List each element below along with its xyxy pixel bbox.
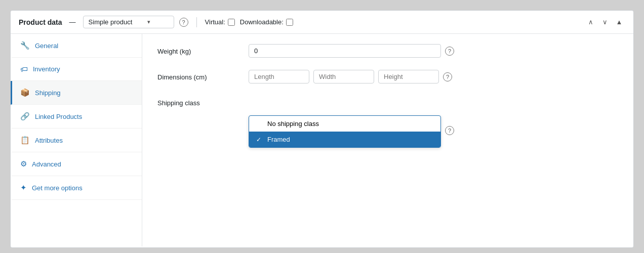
weight-input[interactable]: [249, 44, 441, 58]
shipping-class-row: Shipping class No shipping class ✓ Frame…: [157, 96, 618, 135]
product-data-panel: Product data — Simple product ▾ ? Virtua…: [10, 10, 634, 248]
panel-header: Product data — Simple product ▾ ? Virtua…: [11, 11, 633, 34]
product-type-help-icon[interactable]: ?: [179, 18, 188, 27]
chevron-down-icon: ▾: [147, 19, 150, 25]
sidebar-item-inventory[interactable]: 🏷 Inventory: [11, 58, 142, 81]
downloadable-checkbox[interactable]: [286, 19, 293, 26]
sidebar-item-advanced[interactable]: ⚙ Advanced: [11, 152, 142, 176]
arrow-up-button[interactable]: ∧: [585, 16, 597, 28]
shipping-class-help-icon[interactable]: ?: [445, 126, 454, 135]
sidebar-item-attributes[interactable]: 📋 Attributes: [11, 129, 142, 152]
sidebar-item-label: Attributes: [35, 137, 63, 144]
sidebar-item-general[interactable]: 🔧 General: [11, 34, 142, 58]
tag-icon: 🏷: [20, 65, 28, 73]
link-icon: 🔗: [20, 112, 30, 121]
dimensions-row: Dimensions (cm) ?: [157, 70, 618, 83]
option-no-shipping-class[interactable]: No shipping class: [249, 116, 440, 132]
sidebar-item-shipping[interactable]: 📦 Shipping: [11, 81, 142, 105]
dimensions-help-icon[interactable]: ?: [443, 72, 452, 81]
weight-label: Weight (kg): [157, 44, 249, 55]
list-icon: 📋: [20, 136, 30, 145]
product-data-title: Product data: [19, 18, 62, 26]
gear-icon: ⚙: [20, 159, 27, 168]
wrench-icon: 🔧: [20, 41, 30, 50]
virtual-checkbox[interactable]: [228, 19, 235, 26]
length-input[interactable]: [249, 70, 309, 83]
panel-body: 🔧 General 🏷 Inventory 📦 Shipping 🔗 Linke…: [11, 34, 633, 246]
dimensions-inputs: ?: [249, 70, 618, 83]
option-framed[interactable]: ✓ Framed: [249, 132, 440, 147]
header-separator: [196, 17, 197, 27]
star-icon: ✦: [20, 183, 27, 192]
weight-inputs: ?: [249, 44, 618, 58]
weight-row: Weight (kg) ?: [157, 44, 618, 58]
no-shipping-label: No shipping class: [267, 120, 319, 128]
virtual-group: Virtual:: [205, 18, 235, 26]
dimensions-label: Dimensions (cm): [157, 70, 249, 81]
sidebar-item-get-more-options[interactable]: ✦ Get more options: [11, 176, 142, 200]
sidebar: 🔧 General 🏷 Inventory 📦 Shipping 🔗 Linke…: [11, 34, 142, 246]
box-icon: 📦: [20, 88, 30, 97]
weight-help-icon[interactable]: ?: [445, 47, 454, 56]
downloadable-group: Downloadable:: [240, 18, 293, 26]
framed-label: Framed: [267, 136, 290, 143]
sidebar-item-linked-products[interactable]: 🔗 Linked Products: [11, 105, 142, 129]
virtual-label: Virtual:: [205, 18, 225, 26]
sidebar-item-label: General: [35, 42, 58, 50]
arrow-down-button[interactable]: ∨: [599, 16, 611, 28]
sidebar-item-label: Get more options: [32, 184, 83, 192]
height-input[interactable]: [378, 70, 439, 83]
title-separator: —: [69, 18, 76, 26]
sidebar-item-label: Shipping: [35, 89, 61, 97]
product-type-dropdown[interactable]: Simple product ▾: [83, 16, 174, 28]
width-input[interactable]: [313, 70, 374, 83]
downloadable-label: Downloadable:: [240, 18, 284, 26]
sidebar-item-label: Advanced: [32, 160, 61, 168]
shipping-class-label: Shipping class: [157, 96, 249, 107]
framed-check: ✓: [256, 136, 263, 143]
header-arrows: ∧ ∨ ▲: [585, 16, 625, 28]
sidebar-item-label: Inventory: [33, 65, 60, 73]
arrow-collapse-button[interactable]: ▲: [613, 16, 625, 28]
shipping-class-inputs: No shipping class ✓ Framed ?: [249, 96, 618, 135]
product-type-value: Simple product: [89, 18, 133, 26]
shipping-class-options: No shipping class ✓ Framed: [249, 115, 441, 148]
sidebar-item-label: Linked Products: [35, 113, 82, 120]
shipping-content: Weight (kg) ? Dimensions (cm) ? Shipping: [142, 34, 633, 246]
